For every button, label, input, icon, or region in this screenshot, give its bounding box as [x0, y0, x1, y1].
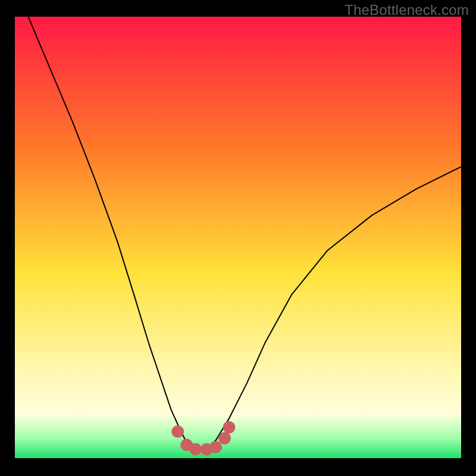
- trough-marker: [218, 432, 231, 444]
- trough-marker: [209, 441, 222, 453]
- trough-marker: [189, 443, 202, 456]
- trough-marker: [223, 421, 236, 434]
- chart-frame: TheBottleneck.com: [0, 0, 476, 476]
- trough-marker: [171, 425, 184, 438]
- plot-svg: [15, 17, 461, 458]
- watermark-text: TheBottleneck.com: [345, 2, 469, 18]
- plot-background: [15, 17, 461, 458]
- bottleneck-plot: [15, 17, 461, 458]
